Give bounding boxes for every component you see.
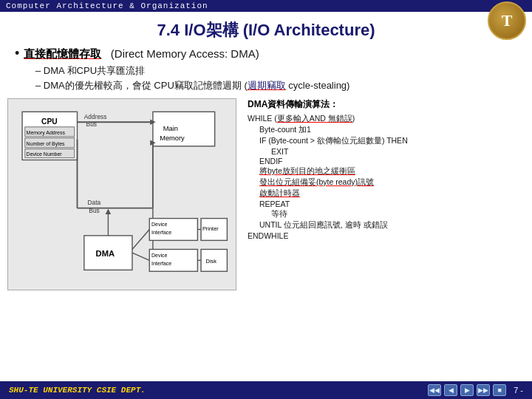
algo-line-0: WHILE (更多輸入AND 無錯誤) — [248, 114, 525, 124]
nav-first-btn[interactable]: ◀◀ — [428, 384, 441, 396]
nav-next-btn[interactable]: ▶ — [460, 384, 474, 396]
svg-text:Memory Address: Memory Address — [27, 130, 66, 136]
algo-line-7: 啟動計時器 — [259, 188, 525, 199]
dma-term-en-text: (Direct Memory Access: DMA) — [111, 47, 259, 60]
svg-text:Address: Address — [84, 113, 107, 120]
svg-text:CPU: CPU — [41, 117, 58, 126]
diagram-area: CPU Memory Address Number of Bytes Devic… — [7, 98, 236, 290]
algo-line-11: ENDWHILE — [248, 231, 525, 240]
sub-item-1: – DMA 和CPU共享匯流排 — [35, 64, 517, 78]
svg-text:Data: Data — [87, 199, 100, 206]
algo-title: DMA資料傳輸演算法： — [248, 98, 525, 111]
svg-text:Interface: Interface — [151, 230, 171, 235]
algo-line-2: IF (Byte-count > 欲傳輸位元組數量) THEN — [259, 136, 525, 146]
svg-text:Device: Device — [151, 222, 167, 227]
nav-stop-btn[interactable]: ■ — [493, 384, 506, 396]
svg-text:Printer: Printer — [202, 225, 219, 232]
algo-line-10: UNTIL 位元組回應訊號, 逾時 或錯誤 — [259, 220, 525, 231]
bullet-main-text: 直接配憶體存取 (Direct Memory Access: DMA) — [24, 47, 259, 61]
svg-text:Memory: Memory — [160, 134, 185, 142]
footer-bar: SHU-TE UNIVERSITY CSIE DEPT. ◀◀ ◀ ▶ ▶▶ ■… — [0, 381, 532, 399]
dma-term-cn: 直接配憶體存取 — [24, 47, 101, 60]
header-bar: Computer Architecture & Organization — [0, 0, 532, 12]
nav-prev-btn[interactable]: ◀ — [444, 384, 457, 396]
page-number: 7 - — [514, 386, 523, 395]
svg-text:Main: Main — [163, 125, 178, 132]
io-diagram: CPU Memory Address Number of Bytes Devic… — [14, 105, 230, 284]
footer-university: SHU-TE UNIVERSITY CSIE DEPT. — [9, 386, 146, 395]
bullet-item: • 直接配憶體存取 (Direct Memory Access: DMA) — [15, 46, 517, 61]
dma-term-en — [104, 47, 107, 60]
svg-text:Number of Bytes: Number of Bytes — [27, 141, 65, 147]
algo-line-3: EXIT — [271, 147, 525, 156]
algorithm-area: DMA資料傳輸演算法： WHILE (更多輸入AND 無錯誤) Byte-cou… — [244, 98, 525, 290]
bullet-dot: • — [15, 46, 19, 61]
logo-area: T — [488, 1, 526, 40]
nav-last-btn[interactable]: ▶▶ — [477, 384, 490, 396]
algo-line-5: 將byte放到目的地之緩衝區 — [259, 166, 525, 177]
algo-line-8: REPEAT — [259, 200, 525, 208]
svg-text:Device: Device — [151, 253, 167, 258]
course-title: Computer Architecture & Organization — [6, 1, 208, 10]
logo-letter: T — [502, 11, 513, 30]
sub-item-2: – DMA的優先權較高，會從 CPU竊取記憶體週期 (週期竊取 cycle-st… — [35, 79, 517, 92]
algo-line-6: 發出位元組備妥(byte ready)訊號 — [259, 177, 525, 188]
svg-text:Disk: Disk — [206, 258, 217, 265]
page-title: 7.4 I/O架構 (I/O Architecture) — [0, 12, 532, 46]
svg-text:DMA: DMA — [96, 249, 115, 258]
footer-nav[interactable]: ◀◀ ◀ ▶ ▶▶ ■ 7 - — [428, 384, 523, 396]
svg-text:Interface: Interface — [151, 261, 171, 266]
algo-line-1: Byte-count 加1 — [259, 125, 525, 135]
svg-text:Device Number: Device Number — [27, 151, 63, 157]
algo-line-9: 等待 — [271, 209, 525, 219]
algo-line-4: ENDIF — [259, 157, 525, 166]
